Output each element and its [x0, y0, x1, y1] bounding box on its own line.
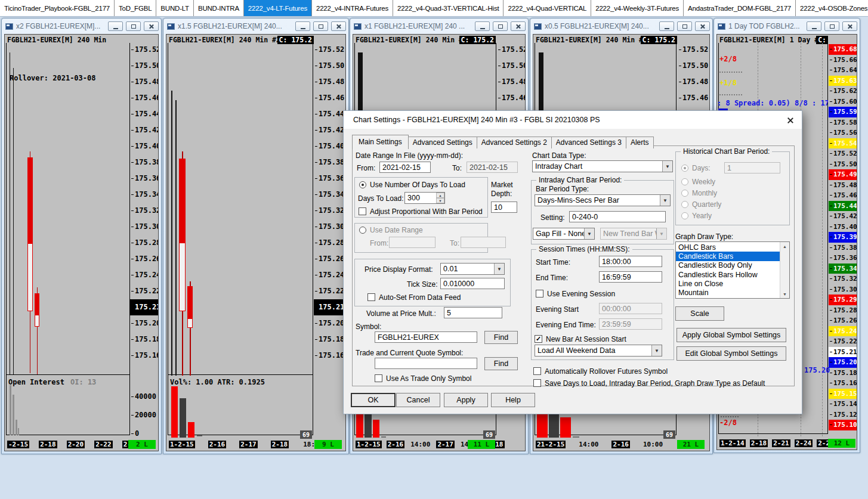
graph-draw-option[interactable]: Candlestick Body Only	[676, 261, 780, 270]
price-plot[interactable]	[6, 43, 130, 435]
evening-end-input[interactable]	[599, 318, 662, 330]
start-time-input[interactable]	[599, 256, 662, 267]
hist-option-row[interactable]: Monthly	[681, 189, 783, 200]
time-axis[interactable]: -2-152-182-202-222-24	[7, 440, 140, 449]
help-button[interactable]: Help	[491, 393, 535, 407]
adjust-proportional-checkbox[interactable]	[359, 207, 366, 215]
find-trade-symbol-button[interactable]: Find	[484, 357, 518, 370]
restore-button[interactable]	[126, 21, 141, 31]
spinner-arrows[interactable]: ▲▼	[436, 193, 444, 203]
end-time-input[interactable]	[599, 271, 662, 283]
restore-button[interactable]	[313, 21, 328, 31]
restore-button[interactable]	[493, 21, 508, 31]
scroll-up-icon[interactable]: ▲	[780, 242, 789, 250]
window-titlebar[interactable]: x1 FGBLH21-EUREX[M] 240 ...	[350, 18, 528, 33]
use-date-range-radio[interactable]	[359, 227, 366, 234]
apply-button[interactable]: Apply	[444, 393, 488, 407]
scroll-down-icon[interactable]: ▼	[780, 290, 789, 298]
dialog-tab[interactable]: Advanced Settings 3	[551, 137, 626, 148]
close-button[interactable]	[144, 21, 159, 31]
radio-icon[interactable]	[681, 201, 688, 208]
use-days-radio[interactable]	[359, 181, 366, 188]
days-to-load-stepper[interactable]: ▲▼	[404, 192, 445, 204]
minimize-button[interactable]	[108, 21, 123, 31]
save-defaults-checkbox[interactable]	[533, 379, 541, 387]
chartbook-tab[interactable]: 2222_v4-Quad-VERTICAL	[503, 0, 591, 16]
time-axis[interactable]: 21-2-1514:002-1610:00	[536, 440, 664, 449]
chartbook-tab[interactable]: 2222_v4-LT-Futures	[244, 0, 312, 16]
tick-size-input[interactable]	[440, 278, 505, 289]
listbox-scrollbar[interactable]: ▲ ▼	[780, 242, 789, 298]
range-from-input[interactable]	[389, 237, 435, 248]
hist-option-row[interactable]: Yearly	[681, 212, 783, 223]
ok-button[interactable]: OK	[351, 393, 396, 407]
price-scale[interactable]: 175.52175.50175.48175.46175.44175.42175.…	[314, 42, 345, 364]
gap-fill-combo[interactable]: Gap Fill - None▼	[533, 228, 595, 240]
graph-draw-listbox[interactable]: OHLC BarsCandlestick BarsCandlestick Bod…	[675, 241, 790, 299]
market-depth-input[interactable]	[491, 202, 517, 213]
apply-global-button[interactable]: Apply Global Symbol Settings	[677, 328, 786, 342]
minimize-button[interactable]	[475, 21, 490, 31]
minimize-button[interactable]	[659, 21, 674, 31]
chart-area[interactable]: FGBLH21-EUREX[M] 240 Min Rollover: 2021-…	[4, 34, 159, 451]
to-date-input[interactable]	[467, 162, 518, 173]
graph-draw-option[interactable]: OHLC Bars	[676, 243, 780, 252]
chartbook-tab[interactable]: 2222_v4-Weekly-3T-Futures	[591, 0, 684, 16]
chartbook-tab[interactable]: TicinoTrader_Playbook-FGBL_2177	[0, 0, 115, 16]
minimize-button[interactable]	[295, 21, 310, 31]
autoset-checkbox[interactable]	[367, 293, 375, 301]
symbol-input[interactable]	[375, 331, 477, 343]
chartbook-tab[interactable]: AndastraTrader_DOM-FGBL_2177	[684, 0, 796, 16]
price-scale[interactable]: 175.52175.50175.48175.46175.44175.42175.…	[130, 42, 157, 364]
spin-up-icon[interactable]: ▲	[436, 193, 444, 198]
dialog-tab[interactable]: Alerts	[626, 137, 654, 148]
chartbook-tab[interactable]: 2222_v4-INTRA-Futures	[312, 0, 393, 16]
close-button[interactable]	[331, 21, 346, 31]
time-axis[interactable]: 1-2-142-182-212-242-27	[719, 439, 835, 448]
cancel-button[interactable]: Cancel	[396, 393, 440, 407]
weekend-data-combo[interactable]: Load All Weekend Data▼	[535, 345, 662, 357]
setting-input[interactable]	[569, 211, 666, 222]
chart-area[interactable]: FGBLH21-EUREX[M] 240 Min #2 C: 175.2 Vol…	[166, 34, 346, 451]
auto-rollover-checkbox[interactable]	[533, 367, 541, 375]
scale-button[interactable]: Scale	[675, 306, 724, 321]
hist-days-radio[interactable]	[681, 165, 688, 172]
graph-draw-option[interactable]: Line on Close	[676, 279, 780, 288]
hist-days-input[interactable]	[724, 162, 780, 173]
chart-data-type-combo[interactable]: Intraday Chart▼	[532, 160, 673, 172]
dialog-tab[interactable]: Advanced Settings	[408, 137, 477, 148]
chartbook-tab[interactable]: 2222_v4-Quad-3T-VERTICAL-Hist	[393, 0, 503, 16]
time-axis[interactable]: 1-2-152-162-172-1818:00	[169, 440, 324, 449]
window-titlebar[interactable]: x1.5 FGBLH21-EUREX[M] 240...	[163, 18, 348, 33]
hist-option-row[interactable]: Quarterly	[681, 200, 783, 212]
dialog-titlebar[interactable]: Chart Settings - FGBLH21-EUREX[M] 240 Mi…	[344, 111, 802, 129]
hist-option-row[interactable]: Weekly	[681, 178, 783, 189]
radio-icon[interactable]	[681, 178, 688, 185]
graph-draw-option[interactable]: Mountain	[676, 288, 780, 297]
evening-start-input[interactable]	[599, 303, 662, 314]
close-button[interactable]	[842, 21, 857, 31]
evening-session-checkbox[interactable]	[536, 290, 543, 297]
price-plot[interactable]	[168, 43, 313, 435]
close-button[interactable]	[695, 21, 710, 31]
spin-down-icon[interactable]: ▼	[436, 198, 444, 203]
from-date-input[interactable]	[379, 162, 431, 173]
volume-mult-input[interactable]	[444, 307, 502, 318]
chartbook-tab[interactable]: 2222_v4-OSOB-Zones	[796, 0, 868, 16]
radio-icon[interactable]	[681, 212, 688, 219]
restore-button[interactable]	[824, 21, 839, 31]
price-format-combo[interactable]: 0.01▼	[440, 263, 505, 275]
close-button[interactable]	[511, 21, 526, 31]
dialog-tab[interactable]: Main Settings	[352, 135, 409, 149]
chartbook-tab[interactable]: BUND-LT	[156, 0, 194, 16]
graph-draw-option[interactable]: Candlestick Bars Hollow	[676, 270, 780, 279]
trade-symbol-input[interactable]	[375, 358, 477, 369]
chartbook-tab[interactable]: BUND-INTRA	[194, 0, 244, 16]
range-to-input[interactable]	[461, 237, 506, 248]
trade-only-checkbox[interactable]	[375, 374, 382, 382]
window-titlebar[interactable]: x2 FGBLH21-EUREX[M]...	[2, 18, 161, 33]
find-symbol-button[interactable]: Find	[484, 331, 518, 344]
restore-button[interactable]	[677, 21, 692, 31]
price-scale[interactable]: 175.68175.66175.64175.63175.62175.60175.…	[829, 44, 856, 430]
graph-draw-option[interactable]: Candlestick Bars	[676, 252, 780, 261]
